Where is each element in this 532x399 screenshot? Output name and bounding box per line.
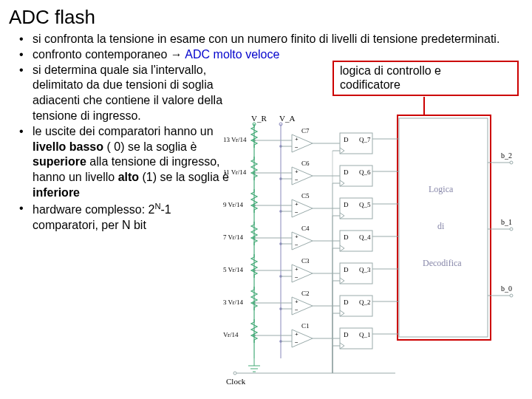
svg-text:D: D	[344, 299, 349, 306]
svg-text:Q_7: Q_7	[359, 136, 371, 143]
b4-b3: alto	[118, 171, 139, 183]
svg-text:9 Vr/14: 9 Vr/14	[223, 201, 244, 208]
b4-p4: (1) se la soglia è	[139, 171, 229, 183]
adc-fast-text: ADC molto veloce	[185, 48, 279, 61]
logic-text-3: Decodifica	[423, 258, 462, 268]
logic-text-1: Logica	[429, 184, 454, 194]
output-b1: b_1	[488, 218, 513, 231]
svg-text:−: −	[295, 307, 299, 313]
svg-text:b_2: b_2	[501, 151, 512, 160]
svg-text:11 Vr/14: 11 Vr/14	[223, 168, 247, 176]
svg-text:C6: C6	[301, 160, 310, 167]
svg-text:+: +	[295, 266, 299, 273]
svg-text:D: D	[344, 233, 349, 241]
b5-p1: hardware complesso: 2	[33, 203, 154, 216]
bullet-1: si confronta la tensione in esame con un…	[19, 32, 522, 47]
bullet-2-pre: confronto contemporaneo →	[33, 48, 185, 61]
svg-text:C7: C7	[301, 127, 310, 134]
b4-p1: le uscite dei comparatori hanno un	[33, 125, 214, 137]
vr-label: V_R	[251, 114, 267, 123]
svg-text:D: D	[344, 266, 349, 273]
b4-p2: ( 0) se la soglia è	[103, 140, 197, 153]
annotation-line-2: codificatore	[340, 78, 511, 92]
output-b0: b_0	[488, 284, 513, 297]
svg-text:Q_6: Q_6	[359, 168, 371, 176]
svg-text:C5: C5	[301, 192, 310, 200]
svg-text:−: −	[295, 144, 299, 151]
svg-text:−: −	[295, 339, 299, 346]
bullet-3-text: si determina quale sia l'intervallo, del…	[33, 63, 239, 124]
bullet-1-text: si confronta la tensione in esame con un…	[33, 33, 499, 45]
svg-text:13 Vr/14: 13 Vr/14	[223, 136, 247, 143]
clock-label: Clock	[226, 377, 246, 384]
svg-text:−: −	[295, 209, 299, 216]
svg-text:+: +	[295, 201, 299, 208]
svg-text:5 Vr/14: 5 Vr/14	[223, 266, 244, 273]
b4-b1: livello basso	[33, 140, 103, 153]
svg-text:Q_3: Q_3	[359, 266, 371, 273]
svg-text:b_0: b_0	[501, 284, 512, 293]
svg-text:b_1: b_1	[501, 218, 512, 226]
svg-text:Q_5: Q_5	[359, 201, 371, 208]
svg-point-11	[510, 161, 513, 164]
b4-b2: superiore	[33, 155, 86, 168]
va-label: V_A	[279, 114, 295, 123]
svg-text:C2: C2	[301, 290, 310, 297]
logic-text-2: di	[437, 221, 445, 231]
svg-text:D: D	[344, 168, 349, 176]
bullet-5-wrap: hardware complesso: 2N-1 comparatori, pe…	[33, 201, 239, 233]
annotation-line-1: logica di controllo e	[340, 64, 511, 78]
svg-text:Q_4: Q_4	[359, 233, 371, 241]
svg-text:C1: C1	[301, 322, 310, 330]
svg-text:C3: C3	[301, 257, 310, 265]
svg-text:D: D	[344, 331, 349, 338]
annotation-box: logica di controllo e codificatore	[332, 61, 519, 96]
svg-text:+: +	[295, 136, 299, 143]
circuit-diagram: V_R V_A Logica di Decodifica b_2 b_1 b_0…	[222, 111, 517, 384]
svg-text:D: D	[344, 201, 349, 208]
svg-text:Q_2: Q_2	[359, 299, 371, 306]
b4-b4: inferiore	[33, 186, 80, 199]
svg-text:−: −	[295, 274, 299, 281]
svg-text:+: +	[295, 331, 299, 338]
svg-text:C4: C4	[301, 225, 310, 232]
svg-text:3 Vr/14: 3 Vr/14	[223, 299, 244, 306]
svg-text:D: D	[344, 136, 349, 143]
output-b2: b_2	[488, 151, 513, 164]
svg-text:+: +	[295, 233, 299, 240]
svg-text:Vr/14: Vr/14	[223, 331, 239, 338]
svg-text:−: −	[295, 177, 299, 183]
svg-point-14	[510, 228, 513, 231]
svg-text:+: +	[295, 168, 299, 175]
svg-text:+: +	[295, 299, 299, 305]
svg-text:−: −	[295, 242, 299, 248]
b5-sup: N	[154, 202, 160, 211]
svg-text:Q_1: Q_1	[359, 331, 371, 338]
page-title: ADC flash	[9, 6, 523, 29]
schematic-row-6: Vr/14+−C1DQ_1	[223, 319, 399, 373]
svg-point-20	[233, 372, 236, 375]
bullet-4-wrap: le uscite dei comparatori hanno un livel…	[33, 124, 239, 201]
svg-point-17	[510, 294, 513, 297]
svg-text:7 Vr/14: 7 Vr/14	[223, 233, 244, 241]
